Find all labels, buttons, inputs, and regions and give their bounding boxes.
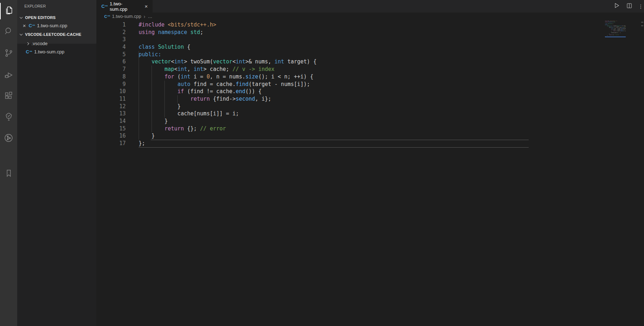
code-text: auto find = cache.find(target - nums[i])… (126, 81, 310, 88)
code-text: #include <bits/stdc++.h> (126, 21, 216, 29)
section-cache-folder[interactable]: VSCODE-LEETCODE-CACHE (17, 30, 96, 38)
editor-tab-bar: C++ 1.two-sum.cpp × ⋮ (96, 0, 644, 13)
line-number[interactable]: 5 (96, 51, 126, 58)
open-editor-item[interactable]: × C++ 1.two-sum.cpp (17, 21, 96, 30)
activity-explorer[interactable] (0, 3, 17, 19)
code-editor[interactable]: 1#include <bits/stdc++.h>2using namespac… (96, 20, 644, 326)
code-content[interactable]: 1#include <bits/stdc++.h>2using namespac… (96, 20, 644, 147)
chevron-right-icon (26, 42, 29, 45)
activity-leetcode[interactable] (0, 130, 17, 147)
code-line[interactable]: 8 for (int i = 0, n = nums.size(); i < n… (96, 73, 644, 81)
split-editor-icon (626, 3, 633, 10)
code-line[interactable]: 14 } (96, 118, 644, 125)
code-text: for (int i = 0, n = nums.size(); i < n; … (126, 73, 313, 81)
code-text: } (126, 118, 168, 125)
explorer-sidebar: EXPLORER OPEN EDITORS × C++ 1.two-sum.cp… (17, 0, 96, 326)
code-text: vector<int> twoSum(vector<int>& nums, in… (126, 58, 317, 66)
line-number[interactable]: 13 (96, 110, 126, 118)
split-editor-button[interactable] (625, 3, 633, 10)
tab-label: 1.two-sum.cpp (110, 1, 140, 12)
line-number[interactable]: 3 (96, 36, 126, 43)
cpp-file-icon: C++ (104, 15, 110, 19)
code-line[interactable]: 10 if (find != cache.end()) { (96, 88, 644, 95)
line-number[interactable]: 11 (96, 95, 126, 103)
close-icon[interactable]: × (21, 23, 27, 29)
code-text: class Solution { (126, 43, 191, 51)
line-number[interactable]: 17 (96, 140, 126, 147)
line-number[interactable]: 15 (96, 125, 126, 133)
code-line[interactable]: 9 auto find = cache.find(target - nums[i… (96, 81, 644, 88)
more-actions-button[interactable]: ⋮ (638, 4, 642, 9)
breadcrumb-file[interactable]: 1.two-sum.cpp (112, 14, 141, 19)
code-text: return {}; // error (126, 125, 226, 133)
code-text: cache[nums[i]] = i; (126, 110, 239, 118)
code-line[interactable]: 11 return {find->second, i}; (96, 95, 644, 103)
sidebar-title: EXPLORER (17, 0, 96, 13)
editor-actions: ⋮ (612, 0, 644, 13)
cpp-file-icon: C++ (26, 49, 32, 54)
search-icon (4, 27, 13, 37)
code-line[interactable]: 17}; (96, 140, 644, 147)
code-line[interactable]: 3 (96, 36, 644, 43)
line-number[interactable]: 6 (96, 58, 126, 66)
tree-item-vscode[interactable]: .vscode (17, 39, 96, 48)
line-number[interactable]: 9 (96, 81, 126, 88)
code-line[interactable]: 5public: (96, 51, 644, 58)
cpp-file-icon: C++ (101, 4, 107, 9)
line-number[interactable]: 14 (96, 118, 126, 125)
section-open-editors[interactable]: OPEN EDITORS (17, 13, 96, 21)
run-button[interactable] (612, 3, 620, 10)
tree-check-icon (4, 112, 14, 123)
activity-search[interactable] (0, 24, 17, 40)
ellipsis-icon: ⋮ (638, 4, 642, 9)
code-line[interactable]: 4class Solution { (96, 43, 644, 51)
line-number[interactable]: 1 (96, 21, 126, 29)
line-number[interactable]: 2 (96, 29, 126, 36)
activity-bookmarks[interactable] (0, 166, 17, 182)
activity-source-control[interactable] (0, 45, 17, 62)
bookmark-icon (4, 169, 13, 179)
decoration-rule (139, 147, 529, 148)
code-text: } (126, 132, 155, 140)
line-number[interactable]: 10 (96, 88, 126, 95)
code-text: public: (126, 51, 161, 58)
play-bug-icon (4, 70, 14, 81)
code-line[interactable]: 7 map<int, int> cache; // v -> index (96, 66, 644, 73)
tab-close-icon[interactable]: × (143, 3, 149, 9)
code-text: using namespace std; (126, 29, 203, 36)
line-number[interactable]: 7 (96, 66, 126, 73)
circle-branch-icon (4, 133, 14, 144)
code-text: return {find->second, i}; (126, 95, 271, 103)
activity-extensions[interactable] (0, 88, 17, 105)
code-line[interactable]: 15 return {}; // error (96, 125, 644, 133)
code-line[interactable]: 1#include <bits/stdc++.h> (96, 21, 644, 29)
cpp-file-icon: C++ (29, 23, 35, 28)
code-text: }; (126, 140, 145, 147)
code-text: } (126, 103, 181, 110)
chevron-down-icon (20, 32, 23, 35)
play-icon (613, 2, 620, 10)
activity-testing[interactable] (0, 109, 17, 125)
breadcrumb: C++ 1.two-sum.cpp › … (96, 13, 644, 20)
editor-group: C++ 1.two-sum.cpp × ⋮ C++ 1.two-sum.cpp … (96, 0, 644, 326)
vscode-window: EXPLORER OPEN EDITORS × C++ 1.two-sum.cp… (0, 0, 644, 326)
code-line[interactable]: 12 } (96, 103, 644, 110)
line-number[interactable]: 4 (96, 43, 126, 51)
code-text: if (find != cache.end()) { (126, 88, 261, 95)
code-line[interactable]: 6 vector<int> twoSum(vector<int>& nums, … (96, 58, 644, 66)
code-line[interactable]: 16 } (96, 132, 644, 140)
code-line[interactable]: 13 cache[nums[i]] = i; (96, 110, 644, 118)
tree-item-two-sum[interactable]: C++ 1.two-sum.cpp (17, 48, 96, 56)
chevron-down-icon (20, 15, 23, 18)
git-branch-icon (4, 48, 13, 59)
breadcrumb-more[interactable]: … (148, 14, 153, 19)
line-number[interactable]: 16 (96, 132, 126, 140)
activity-bar (0, 0, 17, 326)
line-number[interactable]: 8 (96, 73, 126, 81)
line-number[interactable]: 12 (96, 103, 126, 110)
code-text: map<int, int> cache; // v -> index (126, 66, 274, 73)
code-line[interactable]: 2using namespace std; (96, 29, 644, 36)
tab-two-sum[interactable]: C++ 1.two-sum.cpp × (96, 0, 153, 13)
activity-run-debug[interactable] (0, 67, 17, 84)
extensions-icon (4, 91, 13, 102)
